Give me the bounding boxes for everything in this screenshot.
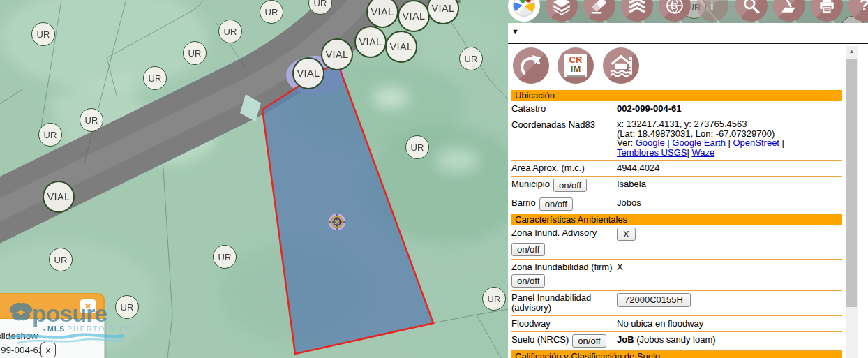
map-zone-label-vial: VIAL (354, 26, 387, 58)
catastro-label: Catastro (511, 103, 617, 114)
barrio-onoff-button[interactable]: on/off (539, 197, 573, 211)
barrio-label: Barrio (511, 197, 536, 208)
suelo-onoff-button[interactable]: on/off (572, 334, 606, 348)
zona-advisory-value-button[interactable]: X (617, 228, 636, 241)
municipio-label: Municipio (511, 179, 550, 189)
zona-advisory-label: Zona Inund. Advisory (511, 228, 617, 241)
municipio-value: Isabela (617, 179, 842, 192)
map-zone-label-ur: UR (49, 248, 73, 271)
coordenadas-label: Coordenadas Nad83 (511, 119, 617, 157)
section-header-ambientales: Características Ambientales (511, 214, 842, 225)
link-temblores-usgs[interactable]: Temblores USGS (617, 147, 687, 158)
panel-inund-label-2: (advisory) (511, 303, 617, 313)
gis-parcel-viewer: URURURURURURURURURURURURURURURURURURVIAL… (0, 0, 868, 358)
svg-text:G: G (671, 1, 678, 11)
row-coordenadas: Coordenadas Nad83 x: 132417.4131, y: 273… (511, 117, 842, 161)
map-zone-label-ur: UR (218, 20, 242, 43)
row-zona-inund-advisory: Zona Inund. Advisory X on/off (511, 225, 842, 260)
map-zone-label-ur: UR (260, 0, 283, 24)
section-header-calificacion: Calificación y Clasificación de Suelo (511, 351, 842, 358)
coordinates-links: Ver: Google | Google Earth | OpenStreet … (617, 138, 847, 157)
area-label: Area Aprox. (m.c.) (511, 163, 617, 173)
map-zone-label-ur: UR (482, 287, 506, 311)
zona-firm-label: Zona Inundabilidad (firm) (511, 262, 617, 272)
slideshow-button[interactable]: slideshow (0, 329, 45, 343)
zona-firm-onoff-button[interactable]: on/off (511, 274, 545, 288)
collapse-panel-arrow-icon[interactable]: ▼ (511, 27, 519, 36)
row-suelo: Suelo (NRCS) on/off JoB (Jobos sandy loa… (511, 332, 842, 351)
row-area: Area Aprox. (m.c.) 4944.4024 (511, 161, 842, 177)
row-municipio: Municipio on/off Isabela (511, 177, 842, 195)
svg-text:?: ? (860, 0, 868, 14)
flood-panel-button[interactable]: 72000C0155H (617, 293, 691, 307)
row-zona-inund-firm: Zona Inundabilidad (firm) X on/off (511, 260, 842, 291)
coordinates-xy: x: 132417.4131, y: 273765.4563 (617, 119, 847, 129)
map-zone-label-ur: UR (459, 47, 483, 70)
map-zone-label-ur: UR (183, 41, 207, 65)
suelo-code: JoB (617, 334, 634, 345)
map-zone-label-vial: VIAL (292, 57, 324, 89)
parcel-info-panel: ▼ CR IM Ubicación Catastro 002-099-004-6… (508, 23, 868, 358)
map-zone-label-ur: UR (405, 135, 429, 159)
map-zone-label-ur: UR (143, 66, 167, 90)
map-zone-label-vial: VIAL (43, 181, 75, 213)
catastro-value: 002-099-004-61 (617, 103, 842, 114)
link-waze[interactable]: Waze (691, 147, 714, 158)
parcel-center-marker (328, 213, 346, 231)
map-zone-label-ur: UR (115, 295, 139, 319)
panel-tools-row: CR IM (508, 44, 868, 90)
flood-tool-button[interactable] (603, 47, 639, 84)
crim-logo: CR IM (564, 54, 587, 77)
crim-logo-button[interactable]: CR IM (558, 47, 594, 84)
zona-advisory-onoff-button[interactable]: on/off (511, 243, 545, 256)
barrio-value: Jobos (617, 197, 842, 211)
map-zone-label-ur: UR (31, 22, 55, 46)
share-tool-button[interactable] (513, 47, 549, 84)
floodway-label: Floodway (511, 318, 617, 329)
popup-header[interactable]: ✕ (0, 293, 105, 319)
popup-close-button[interactable]: ✕ (80, 299, 96, 313)
suelo-desc: (Jobos sandy loam) (634, 334, 716, 345)
section-header-ubicacion: Ubicación (511, 90, 842, 101)
popup-ref-close-button[interactable]: x (40, 343, 56, 357)
row-panel-inundabilidad: Panel Inundabilidad (advisory) 72000C015… (511, 291, 842, 316)
panel-collapse-strip: ▼ (508, 23, 868, 44)
scrollbar-up-arrow-icon[interactable]: ▲ (846, 46, 858, 56)
svg-text:i: i (710, 0, 714, 13)
area-value: 4944.4024 (617, 163, 842, 173)
suelo-label: Suelo (NRCS) (511, 334, 569, 345)
scrollbar-thumb[interactable] (846, 59, 857, 307)
map-zone-label-ur: UR (38, 123, 62, 147)
zona-firm-value: X (617, 262, 842, 272)
popup-parcel-ref: 99-004-62 (1, 345, 44, 355)
map-zone-label-ur: UR (213, 245, 237, 269)
floodway-value: No ubica en floodway (617, 318, 842, 329)
link-openstreet[interactable]: OpenStreet (733, 137, 780, 148)
map-toolbar: Gi? (508, 0, 868, 23)
map-zone-label-vial: VIAL (398, 0, 430, 32)
row-floodway: Floodway No ubica en floodway (511, 316, 842, 332)
panel-scrollbar[interactable]: ▲ (846, 46, 858, 358)
map-zone-label-ur: UR (80, 108, 103, 132)
row-barrio: Barrio on/off Jobos (511, 195, 842, 214)
coordinates-latlon: (Lat: 18.49873031, Lon: -67.07329700) (617, 129, 847, 139)
map-zone-label-vial: VIAL (321, 38, 353, 70)
map-zone-label-vial: VIAL (385, 31, 417, 63)
row-catastro: Catastro 002-099-004-61 (511, 101, 842, 117)
municipio-onoff-button[interactable]: on/off (553, 179, 587, 192)
panel-inund-label-1: Panel Inundabilidad (511, 293, 617, 303)
